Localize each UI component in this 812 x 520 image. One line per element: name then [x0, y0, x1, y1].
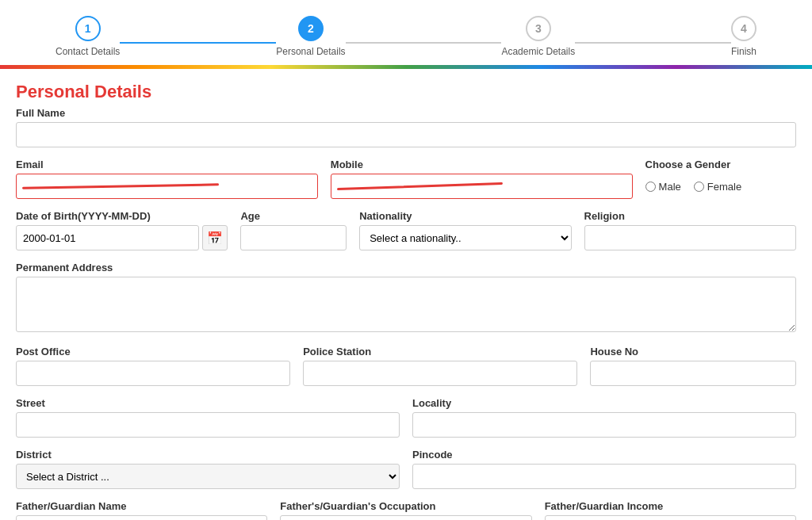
step-3: 3 Academic Details: [501, 16, 575, 57]
post-office-label: Post Office: [16, 346, 290, 358]
gender-female-option[interactable]: Female: [694, 181, 741, 193]
post-office-input[interactable]: [16, 361, 290, 386]
step-3-circle: 3: [526, 16, 551, 41]
house-no-input[interactable]: [590, 361, 796, 386]
step-4-circle: 4: [731, 16, 756, 41]
pincode-label: Pincode: [412, 449, 796, 461]
nationality-select[interactable]: Select a nationality..: [359, 225, 571, 250]
nationality-col: Nationality Select a nationality..: [359, 210, 571, 250]
father-occupation-input[interactable]: [280, 515, 531, 520]
father-name-label: Father/Guardian Name: [16, 500, 267, 512]
page-title: Personal Details: [16, 82, 796, 102]
dob-age-nationality-religion-row: Date of Birth(YYYY-MM-DD) 📅 Age National…: [16, 210, 796, 250]
religion-label: Religion: [584, 210, 796, 222]
father-occupation-col: Father's/Guardian's Occupation: [280, 500, 531, 520]
street-input[interactable]: [16, 412, 400, 438]
house-no-col: House No: [590, 346, 796, 386]
dob-label: Date of Birth(YYYY-MM-DD): [16, 210, 228, 222]
district-select[interactable]: Select a District ...: [16, 464, 400, 489]
calendar-button[interactable]: 📅: [202, 225, 228, 250]
email-input[interactable]: [16, 174, 318, 199]
full-name-input[interactable]: [16, 122, 796, 147]
full-name-group: Full Name: [16, 107, 796, 147]
dob-input[interactable]: [16, 225, 199, 250]
father-name-col: Father/Guardian Name: [16, 500, 267, 520]
father-occupation-label: Father's/Guardian's Occupation: [280, 500, 531, 512]
form-section: Personal Details Full Name Email Mobile …: [0, 82, 812, 520]
district-pincode-row: District Select a District ... Pincode: [16, 449, 796, 489]
step-1: 1 Contact Details: [56, 16, 120, 57]
permanent-address-input[interactable]: [16, 277, 796, 332]
street-locality-row: Street Locality: [16, 397, 796, 438]
permanent-address-group: Permanent Address: [16, 262, 796, 335]
nationality-label: Nationality: [359, 210, 571, 222]
step-2-circle: 2: [298, 16, 324, 41]
mobile-label: Mobile: [331, 159, 633, 170]
gender-female-radio[interactable]: [694, 182, 704, 192]
father-income-label: Father/Guardian Income: [545, 500, 796, 512]
father-income-input[interactable]: [545, 515, 796, 520]
street-col: Street: [16, 397, 400, 438]
mobile-input-wrapper: [331, 174, 633, 199]
district-label: District: [16, 449, 400, 461]
religion-input[interactable]: [584, 225, 796, 250]
age-col: Age: [240, 210, 347, 250]
gender-male-option[interactable]: Male: [645, 181, 681, 193]
post-office-col: Post Office: [16, 346, 290, 386]
district-col: District Select a District ...: [16, 449, 400, 489]
full-name-label: Full Name: [16, 107, 796, 119]
police-station-input[interactable]: [303, 361, 577, 386]
father-income-col: Father/Guardian Income: [545, 500, 796, 520]
mobile-input[interactable]: [331, 174, 633, 199]
email-input-wrapper: [16, 174, 318, 199]
post-police-house-row: Post Office Police Station House No: [16, 346, 796, 386]
mobile-col: Mobile: [331, 159, 633, 199]
connector-1-2: [120, 42, 276, 44]
gender-options: Male Female: [645, 174, 796, 199]
gender-col: Choose a Gender Male Female: [645, 159, 796, 199]
gender-male-radio[interactable]: [645, 182, 656, 192]
gender-label: Choose a Gender: [645, 159, 796, 170]
wizard-steps: 1 Contact Details 2 Personal Details 3 A…: [32, 16, 780, 57]
step-2: 2 Personal Details: [276, 16, 345, 57]
calendar-icon: 📅: [207, 231, 223, 246]
dob-col: Date of Birth(YYYY-MM-DD) 📅: [16, 210, 228, 250]
police-station-label: Police Station: [303, 346, 577, 358]
police-station-col: Police Station: [303, 346, 577, 386]
gender-female-label: Female: [707, 181, 741, 193]
step-4-label: Finish: [731, 46, 756, 57]
pincode-col: Pincode: [412, 449, 796, 489]
age-label: Age: [240, 210, 347, 222]
age-input[interactable]: [240, 225, 347, 250]
locality-col: Locality: [412, 397, 796, 438]
religion-col: Religion: [584, 210, 796, 250]
email-label: Email: [16, 159, 318, 170]
step-4: 4 Finish: [731, 16, 756, 57]
house-no-label: House No: [590, 346, 796, 358]
rainbow-bar: [0, 65, 812, 69]
connector-2-3: [346, 42, 502, 44]
email-col: Email: [16, 159, 318, 199]
step-1-label: Contact Details: [56, 46, 120, 57]
father-name-input[interactable]: [16, 515, 267, 520]
locality-label: Locality: [412, 397, 796, 409]
locality-input[interactable]: [412, 412, 796, 438]
gender-male-label: Male: [659, 181, 681, 193]
dob-wrapper: 📅: [16, 225, 228, 250]
connector-3-4: [575, 42, 731, 44]
step-3-label: Academic Details: [501, 46, 575, 57]
pincode-input[interactable]: [412, 464, 796, 489]
step-2-label: Personal Details: [276, 46, 345, 57]
father-row: Father/Guardian Name Father's/Guardian's…: [16, 500, 796, 520]
email-mobile-gender-row: Email Mobile Choose a Gender Male: [16, 159, 796, 199]
permanent-address-label: Permanent Address: [16, 262, 796, 273]
street-label: Street: [16, 397, 400, 409]
step-1-circle: 1: [75, 16, 101, 41]
